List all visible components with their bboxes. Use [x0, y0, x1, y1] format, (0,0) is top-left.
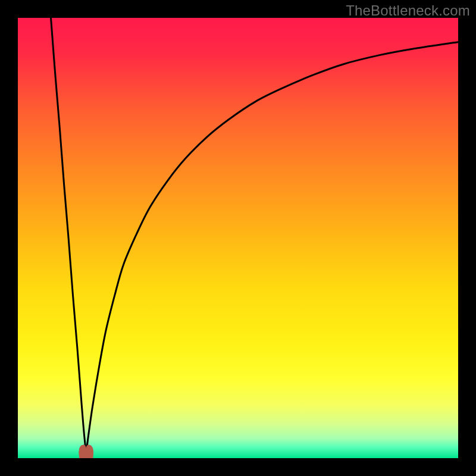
plot-area	[18, 18, 458, 458]
chart-frame: TheBottleneck.com	[0, 0, 476, 476]
watermark-text: TheBottleneck.com	[346, 2, 470, 19]
gradient-background	[18, 18, 458, 458]
chart-svg	[18, 18, 458, 458]
